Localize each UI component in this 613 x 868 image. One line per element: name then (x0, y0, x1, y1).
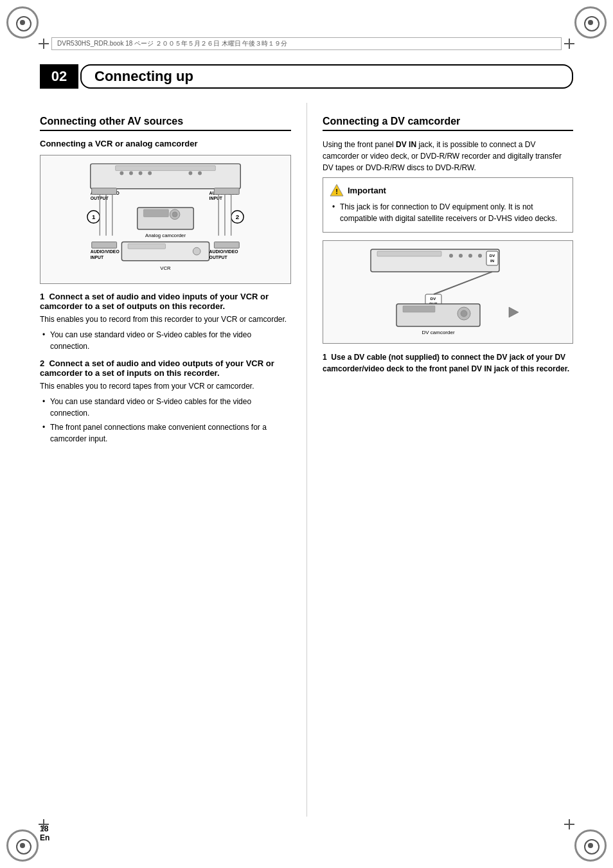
file-info-bar: DVR530HS_RDR.book 18 ページ ２００５年５月２６日 木曜日 … (51, 37, 562, 50)
svg-rect-55 (403, 306, 435, 312)
important-bullets: This jack is for connection to DV equipm… (330, 201, 566, 224)
instruction-1-text: Connect a set of audio and video inputs … (40, 292, 269, 311)
chapter-title: Connecting up (94, 68, 193, 85)
crosshair-tr (563, 37, 576, 50)
svg-rect-30 (128, 244, 165, 249)
vcr-diagram-svg: AUDIO/VIDEO OUTPUT AUDIO/VIDEO INPUT 1 2 (46, 161, 285, 276)
svg-line-53 (434, 272, 492, 294)
crosshair-br (563, 818, 576, 831)
svg-rect-1 (116, 166, 216, 171)
instruction-1: 1 Connect a set of audio and video input… (40, 292, 291, 352)
svg-text:2: 2 (236, 213, 240, 220)
instruction-2: 2 Connect a set of audio and video outpu… (40, 359, 291, 445)
right-section-heading: Connecting a DV camcorder (323, 116, 573, 131)
left-column: Connecting other AV sources Connecting a… (40, 103, 306, 817)
dv-diagram-svg: DV IN DV OUT DV camcorder (328, 246, 567, 336)
bullet-item: You can use standard video or S-video ca… (40, 329, 291, 352)
corner-decoration-tl (6, 6, 39, 39)
svg-point-4 (139, 172, 143, 175)
svg-point-44 (459, 254, 463, 258)
svg-text:INPUT: INPUT (91, 255, 104, 260)
svg-point-2 (120, 172, 123, 175)
corner-decoration-bl (6, 829, 39, 862)
svg-point-45 (468, 254, 472, 258)
page-number-area: 18 En (40, 824, 49, 842)
svg-point-43 (449, 254, 453, 258)
left-section-heading: Connecting other AV sources (40, 116, 291, 131)
instruction-1-body: This enables you to record from this rec… (40, 314, 291, 325)
svg-point-3 (129, 172, 133, 175)
dv-diagram-container: DV IN DV OUT DV camcorder (323, 240, 573, 344)
important-heading: ! Important (330, 183, 566, 197)
svg-rect-13 (214, 188, 239, 195)
file-info-text: DVR530HS_RDR.book 18 ページ ２００５年５月２６日 木曜日 … (57, 40, 287, 47)
svg-text:DV camcorder: DV camcorder (422, 330, 454, 335)
bullet-item: You can use standard video or S-video ca… (40, 396, 291, 419)
svg-text:AUDIO/VIDEO: AUDIO/VIDEO (91, 249, 120, 254)
instruction-1-heading: 1 Connect a set of audio and video input… (40, 292, 291, 311)
bullet-item: The front panel connections make conveni… (40, 421, 291, 445)
instruction-2-body: This enables you to record tapes from yo… (40, 380, 291, 392)
svg-text:IN: IN (490, 259, 494, 263)
svg-text:AUDIO/VIDEO: AUDIO/VIDEO (209, 249, 238, 254)
chapter-number-box: 02 (40, 64, 78, 89)
svg-rect-36 (214, 242, 239, 248)
svg-point-6 (189, 172, 193, 175)
important-label: Important (348, 186, 386, 195)
content-area: Connecting other AV sources Connecting a… (40, 103, 573, 817)
chapter-title-bar: Connecting up (80, 64, 573, 89)
instruction-2-bullets: You can use standard video or S-video ca… (40, 396, 291, 445)
right-column: Connecting a DV camcorder Using the fron… (306, 103, 573, 817)
svg-point-31 (193, 247, 200, 255)
svg-text:OUTPUT: OUTPUT (209, 255, 228, 260)
vcr-subsection-heading: Connecting a VCR or analog camcorder (40, 139, 291, 148)
svg-point-7 (198, 172, 202, 175)
svg-point-46 (478, 254, 482, 258)
svg-text:DV: DV (431, 297, 436, 301)
svg-text:INPUT: INPUT (209, 196, 223, 200)
svg-rect-42 (377, 251, 441, 256)
warning-icon: ! (330, 183, 344, 197)
instruction-2-text: Connect a set of audio and video outputs… (40, 359, 274, 378)
corner-decoration-br (574, 829, 607, 862)
svg-text:1: 1 (92, 213, 96, 220)
chapter-number: 02 (51, 68, 67, 85)
svg-rect-33 (92, 242, 117, 248)
dv-instruction: 1 Use a DV cable (not supplied) to conne… (323, 351, 573, 375)
svg-point-5 (148, 172, 152, 175)
dv-intro: Using the front panel DV IN jack, it is … (323, 139, 573, 173)
svg-text:DV: DV (490, 254, 495, 258)
instruction-2-heading: 2 Connect a set of audio and video outpu… (40, 359, 291, 378)
instruction-2-number: 2 (40, 359, 49, 368)
svg-point-57 (461, 310, 467, 317)
instruction-1-number: 1 (40, 292, 49, 301)
vcr-diagram-container: AUDIO/VIDEO OUTPUT AUDIO/VIDEO INPUT 1 2 (40, 155, 291, 284)
instruction-1-bullets: You can use standard video or S-video ca… (40, 329, 291, 352)
page-number: 18 (40, 824, 48, 833)
page-label: En (40, 833, 49, 842)
crosshair-tl (37, 37, 50, 50)
important-box: ! Important This jack is for connection … (323, 177, 573, 233)
corner-decoration-tr (574, 6, 607, 39)
svg-rect-25 (143, 209, 168, 217)
svg-marker-58 (509, 307, 519, 317)
svg-point-27 (172, 212, 177, 217)
svg-text:!: ! (335, 188, 338, 195)
svg-text:VCR: VCR (160, 265, 171, 271)
important-bullet-1: This jack is for connection to DV equipm… (330, 201, 566, 224)
svg-rect-12 (92, 188, 117, 195)
svg-text:Analog camcorder: Analog camcorder (145, 233, 186, 238)
